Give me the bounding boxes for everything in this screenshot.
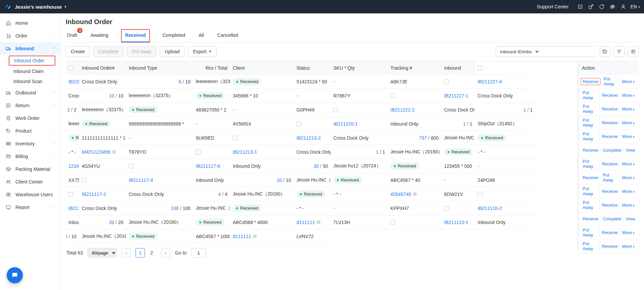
row-checkbox[interactable]: [444, 79, 449, 84]
complete-button[interactable]: Complete: [93, 46, 123, 57]
row-checkbox[interactable]: [478, 192, 482, 197]
action-more[interactable]: More▾: [620, 189, 637, 194]
action-more[interactable]: More▾: [620, 106, 637, 112]
row-checkbox[interactable]: [196, 150, 201, 154]
row-checkbox[interactable]: [82, 178, 87, 183]
inbound-id-link[interactable]: IB211110-1: [444, 220, 468, 225]
action-view[interactable]: View: [624, 216, 637, 221]
columns-icon[interactable]: [628, 46, 639, 57]
inbound-id-link[interactable]: IB211213-1: [233, 149, 257, 155]
putaway-button[interactable]: Put Away: [127, 46, 156, 57]
copy-icon[interactable]: ⧉: [317, 219, 320, 225]
sidebar-item-warehouse-users[interactable]: Warehouse Users: [0, 188, 60, 201]
edit-icon[interactable]: [575, 4, 586, 9]
inbound-id-link[interactable]: IB211227-1: [444, 93, 468, 98]
refresh-icon[interactable]: [596, 4, 607, 9]
user-icon[interactable]: [618, 4, 629, 9]
action-put-away[interactable]: Put Away: [581, 90, 600, 100]
tab-completed[interactable]: Completed: [162, 29, 186, 42]
action-more[interactable]: More▾: [620, 203, 637, 208]
language-selector[interactable]: EN ▾: [631, 4, 640, 9]
action-more[interactable]: More▾: [620, 175, 637, 180]
row-checkbox[interactable]: [129, 164, 133, 168]
sidebar-item-home[interactable]: Home: [0, 17, 60, 29]
action-put-away[interactable]: Put Away: [581, 118, 600, 128]
action-more[interactable]: More▾: [620, 134, 637, 139]
chat-bubble-icon[interactable]: [7, 267, 23, 283]
sidebar-item-return[interactable]: Return˅: [0, 99, 60, 112]
action-complete[interactable]: Complete: [601, 148, 624, 153]
filter-icon[interactable]: [614, 46, 625, 57]
create-button[interactable]: Create: [66, 46, 90, 57]
pager-next[interactable]: ›: [161, 248, 170, 258]
row-checkbox[interactable]: [478, 66, 482, 70]
action-more[interactable]: More▾: [620, 244, 637, 249]
sidebar-item-client-center[interactable]: Client Center: [0, 175, 60, 188]
action-more[interactable]: More▾: [620, 230, 637, 235]
search-type-select[interactable]: Inbound ID/Inbour: [496, 47, 540, 57]
action-receive[interactable]: Receive: [600, 120, 620, 125]
action-more[interactable]: More▾: [620, 120, 637, 125]
tracking-link[interactable]: 45545745: [390, 192, 411, 197]
inbound-id-link[interactable]: IB211110-2: [478, 206, 502, 211]
row-checkbox[interactable]: [233, 136, 237, 140]
action-put-away[interactable]: Put Away: [581, 186, 600, 196]
row-checkbox[interactable]: [444, 206, 449, 211]
row-checkbox[interactable]: [68, 192, 73, 197]
page-number[interactable]: 1: [136, 248, 145, 258]
search-input[interactable]: [540, 47, 602, 57]
reset-icon[interactable]: [600, 46, 610, 57]
export-button[interactable]: Export▼: [188, 46, 216, 57]
inbound-id-link[interactable]: IB211117-4: [129, 177, 153, 183]
sidebar-item-work-order[interactable]: Work Order: [0, 112, 60, 125]
sidebar-item-packing-material[interactable]: Packing Material: [0, 163, 60, 175]
action-put-away[interactable]: Put Away: [581, 104, 600, 114]
action-receive[interactable]: Receive: [581, 216, 601, 221]
inbound-id-link[interactable]: IB211117-6: [196, 163, 220, 169]
sidebar-subitem-inbound-scan[interactable]: Inbound Scan: [0, 76, 60, 86]
tracking-link[interactable]: MATU123456: [82, 149, 110, 155]
sidebar-subitem-inbound-claim[interactable]: Inbound Claim: [0, 66, 60, 76]
action-put-away[interactable]: Put Away: [602, 76, 620, 86]
action-more[interactable]: More▾: [620, 79, 637, 84]
action-receive[interactable]: Receive: [600, 230, 620, 235]
inbound-id-link[interactable]: IB211222-2: [390, 107, 415, 113]
inbound-id-link[interactable]: IB211117-2: [82, 192, 106, 197]
action-receive[interactable]: Receive: [600, 134, 620, 139]
copy-icon[interactable]: ⧉: [253, 233, 257, 239]
tab-all[interactable]: All: [198, 29, 205, 42]
action-more[interactable]: More▾: [620, 93, 637, 98]
inbound-id-link[interactable]: IB211220-1: [333, 121, 358, 127]
tracking-link[interactable]: d111111: [297, 220, 315, 225]
row-checkbox[interactable]: [390, 220, 395, 225]
action-put-away[interactable]: Put Away: [581, 241, 600, 251]
tracking-link[interactable]: 123456: [68, 163, 79, 169]
inbound-id-link[interactable]: IB211227-4: [478, 79, 502, 84]
sidebar-item-inbound[interactable]: Inbound˄: [0, 42, 60, 55]
action-receive[interactable]: Receive: [600, 106, 620, 112]
inbound-id-link[interactable]: IB211213-2: [297, 135, 321, 141]
tab-received[interactable]: Received: [121, 29, 150, 43]
sidebar-subitem-inbound-order[interactable]: Inbound Order: [9, 56, 55, 66]
workspace-chevron-icon[interactable]: ▼: [64, 5, 67, 9]
sidebar-item-outbound[interactable]: Outbound˅: [0, 86, 60, 99]
action-put-away[interactable]: Put Away: [581, 131, 600, 141]
gear-icon[interactable]: [607, 4, 618, 9]
action-receive[interactable]: Receive: [600, 244, 620, 249]
upload-button[interactable]: Upload: [160, 46, 184, 57]
tab-cancelled[interactable]: Cancelled: [217, 29, 239, 42]
action-receive[interactable]: Receive: [581, 175, 601, 180]
action-put-away[interactable]: Put Away: [601, 172, 620, 183]
inbound-id-link[interactable]: IB211112-1: [68, 206, 79, 211]
action-put-away[interactable]: Put Away: [581, 159, 600, 169]
share-icon[interactable]: [586, 4, 596, 9]
sidebar-item-report[interactable]: Report˅: [0, 201, 60, 214]
support-center-link[interactable]: Support Center: [537, 4, 569, 9]
tab-awaiting[interactable]: Awaiting: [90, 29, 109, 42]
select-all-checkbox[interactable]: [68, 66, 73, 70]
action-receive[interactable]: Receive: [600, 203, 620, 208]
row-checkbox[interactable]: [390, 93, 395, 98]
action-receive[interactable]: Receive: [581, 78, 600, 85]
row-checkbox[interactable]: [297, 122, 301, 126]
workspace-name[interactable]: Jessie's warehouse: [15, 4, 62, 10]
